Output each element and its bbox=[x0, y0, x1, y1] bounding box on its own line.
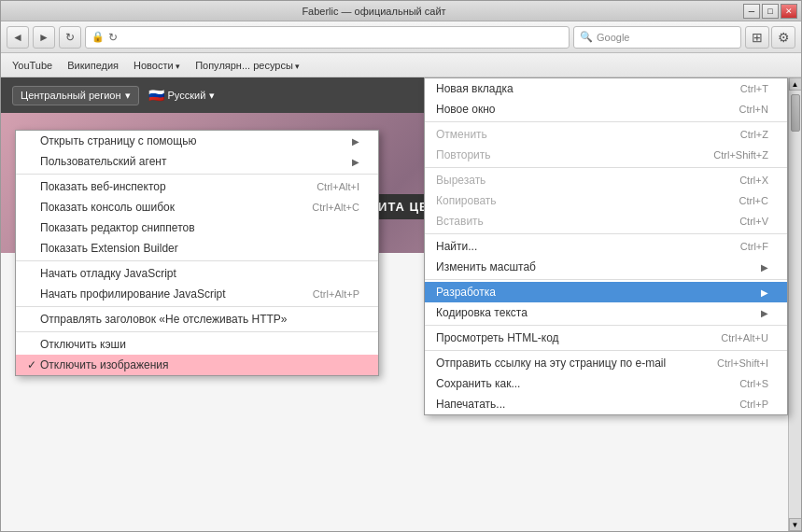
menu-save-as[interactable]: Сохранить как... Ctrl+S bbox=[425, 373, 787, 394]
menu-separator-1 bbox=[425, 121, 787, 122]
left-menu-sep-2 bbox=[16, 260, 378, 261]
browser-context-menu: Новая вкладка Ctrl+T Новое окно Ctrl+N О… bbox=[424, 77, 788, 415]
toolbar-icons: ⊞ ⚙ bbox=[745, 26, 795, 49]
menu-new-tab[interactable]: Новая вкладка Ctrl+T bbox=[425, 78, 787, 99]
bookmark-youtube[interactable]: YouTube bbox=[8, 58, 56, 73]
menu-js-debug[interactable]: Начать отладку JavaScript bbox=[16, 263, 378, 284]
bookmark-popular[interactable]: Популярн... ресурсы bbox=[191, 58, 303, 73]
lock-icon: 🔒 bbox=[91, 31, 105, 43]
bookmarks-button[interactable]: ⊞ bbox=[745, 26, 769, 49]
menu-develop[interactable]: Разработка ▶ bbox=[425, 282, 787, 302]
bookmark-wikipedia[interactable]: Википедия bbox=[63, 58, 122, 73]
menu-new-window[interactable]: Новое окно Ctrl+N bbox=[425, 99, 787, 119]
forward-button[interactable]: ► bbox=[33, 26, 55, 49]
close-button[interactable]: ✕ bbox=[781, 4, 797, 19]
menu-send-link[interactable]: Отправить ссылку на эту страницу по e-ma… bbox=[425, 353, 787, 373]
menu-redo[interactable]: Повторить Ctrl+Shift+Z bbox=[425, 145, 787, 165]
menu-snippets[interactable]: Показать редактор сниппетов bbox=[16, 217, 378, 238]
left-menu-sep-3 bbox=[16, 306, 378, 307]
menu-disable-images[interactable]: ✓ Отключить изображения bbox=[16, 355, 378, 375]
back-button[interactable]: ◄ bbox=[7, 26, 29, 49]
search-icon: 🔍 bbox=[580, 31, 593, 43]
maximize-button[interactable]: □ bbox=[762, 4, 779, 19]
menu-separator-5 bbox=[425, 325, 787, 326]
menu-undo[interactable]: Отменить Ctrl+Z bbox=[425, 124, 787, 145]
region-arrow: ▾ bbox=[125, 90, 131, 102]
developer-submenu: Открыть страницу с помощью ▶ Пользовател… bbox=[15, 130, 379, 376]
scroll-down-arrow[interactable]: ▼ bbox=[789, 518, 802, 531]
menu-view-source[interactable]: Просмотреть HTML-код Ctrl+Alt+U bbox=[425, 328, 787, 348]
menu-separator-2 bbox=[425, 167, 787, 168]
menu-paste[interactable]: Вставить Ctrl+V bbox=[425, 211, 787, 231]
menu-js-profile[interactable]: Начать профилирование JavaScript Ctrl+Al… bbox=[16, 284, 378, 304]
region-selector[interactable]: Центральный регион ▾ bbox=[12, 86, 139, 105]
menu-find[interactable]: Найти... Ctrl+F bbox=[425, 236, 787, 257]
scroll-thumb[interactable] bbox=[791, 94, 800, 132]
left-menu-sep-4 bbox=[16, 331, 378, 332]
menu-error-console[interactable]: Показать консоль ошибок Ctrl+Alt+C bbox=[16, 197, 378, 217]
scrollbar[interactable]: ▲ ▼ bbox=[788, 77, 801, 531]
bookmarks-bar: YouTube Википедия Новости Популярн... ре… bbox=[1, 53, 801, 77]
bookmark-news[interactable]: Новости bbox=[130, 58, 184, 73]
menu-cut[interactable]: Вырезать Ctrl+X bbox=[425, 170, 787, 190]
flag-icon: 🇷🇺 bbox=[148, 88, 164, 103]
menu-separator-6 bbox=[425, 350, 787, 351]
reload-icon[interactable]: ↻ bbox=[108, 31, 118, 44]
language-selector[interactable]: 🇷🇺 Русский ▾ bbox=[148, 88, 216, 103]
check-icon: ✓ bbox=[27, 358, 40, 371]
menu-zoom[interactable]: Изменить масштаб ▶ bbox=[425, 257, 787, 277]
left-menu-sep-1 bbox=[16, 174, 378, 175]
menu-copy[interactable]: Копировать Ctrl+C bbox=[425, 190, 787, 211]
language-text: Русский bbox=[168, 90, 206, 101]
lang-arrow: ▾ bbox=[209, 90, 215, 102]
browser-window: Faberlic — официальный сайт ─ □ ✕ ◄ ► ↻ … bbox=[0, 0, 802, 532]
menu-open-with[interactable]: Открыть страницу с помощью ▶ bbox=[16, 131, 378, 151]
scroll-up-arrow[interactable]: ▲ bbox=[789, 77, 802, 91]
browser-toolbar: ◄ ► ↻ 🔒 ↻ 🔍 Google ⊞ ⚙ bbox=[1, 21, 801, 53]
page-content: Центральный регион ▾ 🇷🇺 Русский ▾ «ЗАЩИТ… bbox=[1, 77, 801, 531]
menu-print[interactable]: Напечатать... Ctrl+P bbox=[425, 394, 787, 414]
address-bar[interactable]: 🔒 ↻ bbox=[85, 26, 570, 49]
menu-disable-cache[interactable]: Отключить кэши bbox=[16, 334, 378, 355]
menu-dnt-header[interactable]: Отправлять заголовок «Не отслеживать HTT… bbox=[16, 309, 378, 329]
window-title: Faberlic — официальный сайт bbox=[5, 6, 743, 17]
refresh-button[interactable]: ↻ bbox=[59, 26, 81, 49]
search-bar[interactable]: 🔍 Google bbox=[573, 26, 741, 49]
menu-encoding[interactable]: Кодировка текста ▶ bbox=[425, 302, 787, 323]
search-placeholder: Google bbox=[597, 32, 629, 43]
settings-button[interactable]: ⚙ bbox=[771, 26, 795, 49]
menu-separator-3 bbox=[425, 233, 787, 234]
window-controls: ─ □ ✕ bbox=[743, 4, 797, 19]
region-text: Центральный регион bbox=[21, 90, 121, 101]
menu-user-agent[interactable]: Пользовательский агент ▶ bbox=[16, 151, 378, 172]
menu-extension-builder[interactable]: Показать Extension Builder bbox=[16, 238, 378, 259]
menu-separator-4 bbox=[425, 279, 787, 280]
minimize-button[interactable]: ─ bbox=[743, 4, 760, 19]
menu-web-inspector[interactable]: Показать веб-инспектор Ctrl+Alt+I bbox=[16, 176, 378, 197]
title-bar: Faberlic — официальный сайт ─ □ ✕ bbox=[1, 1, 801, 21]
